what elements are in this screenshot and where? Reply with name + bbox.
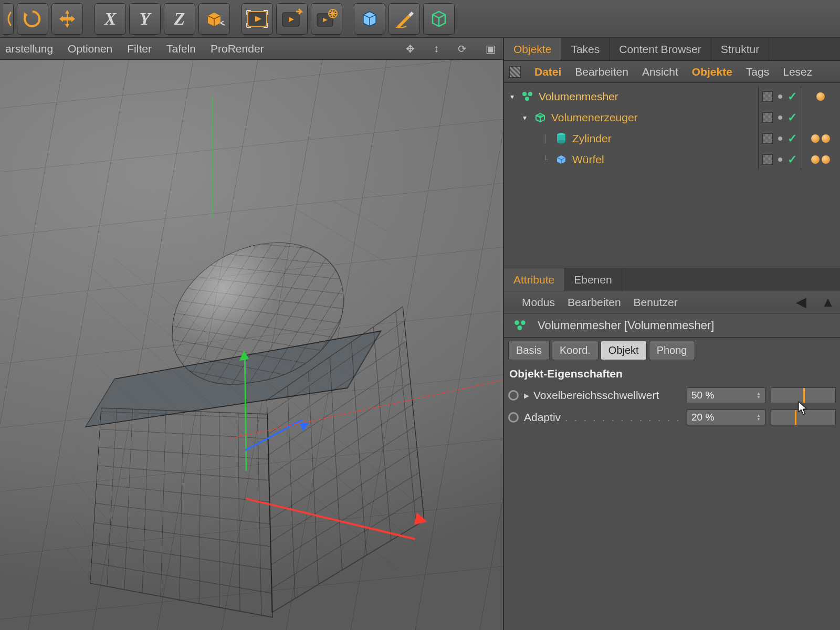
tree-label: Würfel <box>572 153 758 166</box>
layer-swatch-icon[interactable] <box>762 91 773 102</box>
view-menu-filter[interactable]: Filter <box>127 43 152 55</box>
tree-row-volumenmesher[interactable]: ▾ Volumenmesher <box>504 86 758 107</box>
vis-dot-icon[interactable] <box>778 94 782 99</box>
viewport-nav-zoom-icon[interactable]: ↕ <box>432 43 441 55</box>
expand-icon[interactable]: ▾ <box>507 92 517 101</box>
object-manager-menu: Datei Bearbeiten Ansicht Objekte Tags Le… <box>504 61 840 83</box>
tab-layers[interactable]: Ebenen <box>564 268 622 291</box>
svg-point-15 <box>521 320 526 325</box>
view-menu-display[interactable]: arstellung <box>5 43 53 55</box>
move-tool-button[interactable] <box>51 3 83 35</box>
layer-swatch-icon[interactable] <box>762 154 773 165</box>
prop-label: Voxelbereichsschwellwert <box>533 389 659 402</box>
om-menu-edit[interactable]: Bearbeiten <box>575 66 628 78</box>
attr-tab-basis[interactable]: Basis <box>508 341 550 360</box>
coord-system-button[interactable] <box>198 3 230 35</box>
attr-menu-mode[interactable]: Modus <box>522 296 555 309</box>
phong-tag-icon[interactable] <box>822 134 830 143</box>
adaptive-input[interactable]: 20 % ▲▼ <box>687 410 765 425</box>
phong-tag-icon[interactable] <box>822 155 830 164</box>
tree-label: Volumenmesher <box>539 90 758 103</box>
axis-x-button[interactable]: X <box>94 3 126 35</box>
rotate-tool-button[interactable] <box>17 3 48 35</box>
object-tree: ▾ Volumenmesher ▾ Volumenerzeuger <box>504 83 840 268</box>
tab-content-browser[interactable]: Content Browser <box>610 38 711 60</box>
om-menu-file[interactable]: Datei <box>534 66 561 78</box>
enabled-check-icon[interactable]: ✓ <box>788 90 797 103</box>
svg-point-9 <box>528 92 532 96</box>
phong-tag-icon[interactable] <box>811 134 820 143</box>
attribute-panel-empty <box>504 428 840 630</box>
tree-row-volumenerzeuger[interactable]: ▾ Volumenerzeuger <box>504 107 758 128</box>
om-menu-tags[interactable]: Tags <box>746 66 769 78</box>
enabled-check-icon[interactable]: ✓ <box>788 111 797 124</box>
attribute-menu: Modus Bearbeiten Benutzer ◀ ▲ <box>504 291 840 313</box>
om-menu-objects[interactable]: Objekte <box>692 66 732 78</box>
anim-dot-icon[interactable] <box>508 390 519 401</box>
history-up-icon[interactable]: ▲ <box>821 294 835 310</box>
vis-dot-icon[interactable] <box>778 136 782 141</box>
viewport-nav-maximize-icon[interactable]: ▣ <box>484 43 498 55</box>
tab-takes[interactable]: Takes <box>561 38 610 60</box>
svg-point-14 <box>514 320 519 325</box>
adaptive-slider[interactable] <box>771 410 836 425</box>
viewport-menu-bar: arstellung Optionen Filter Tafeln ProRen… <box>0 38 503 60</box>
expand-icon[interactable]: ▾ <box>520 113 529 122</box>
viewport-nav-rotate-icon[interactable]: ⟳ <box>456 43 469 55</box>
render-view-button[interactable] <box>242 3 273 35</box>
tree-row-wuerfel[interactable]: └ Würfel <box>504 149 758 170</box>
volumebuilder-icon <box>533 111 547 124</box>
tab-objects[interactable]: Objekte <box>504 38 561 60</box>
mesh-preview <box>63 185 421 584</box>
axis-y-button[interactable]: Y <box>129 3 161 35</box>
layer-filter-icon[interactable] <box>509 66 521 78</box>
attr-tab-coord[interactable]: Koord. <box>552 341 598 360</box>
stepper-icon[interactable]: ▲▼ <box>757 414 761 421</box>
tab-structure[interactable]: Struktur <box>711 38 770 60</box>
viewport-nav-move-icon[interactable]: ✥ <box>404 43 417 55</box>
undo-button[interactable] <box>3 3 14 35</box>
om-menu-bookmarks[interactable]: Lesez <box>783 66 812 78</box>
enabled-check-icon[interactable]: ✓ <box>788 153 797 166</box>
phong-tag-icon[interactable] <box>811 155 820 164</box>
generator-button[interactable] <box>423 3 455 35</box>
view-menu-prorender[interactable]: ProRender <box>211 43 264 55</box>
layer-swatch-icon[interactable] <box>762 112 773 123</box>
vis-dot-icon[interactable] <box>778 158 782 162</box>
primitive-cube-button[interactable] <box>354 3 385 35</box>
render-picture-viewer-button[interactable] <box>276 3 308 35</box>
attr-tab-phong[interactable]: Phong <box>649 341 695 360</box>
om-menu-view[interactable]: Ansicht <box>642 66 678 78</box>
tree-label: Volumenerzeuger <box>551 111 758 124</box>
attr-menu-user[interactable]: Benutzer <box>634 296 678 309</box>
vis-dot-icon[interactable] <box>778 116 782 120</box>
prop-label: Adaptiv <box>524 411 561 424</box>
prop-adaptive: Adaptiv . . . . . . . . . . . . . . . . … <box>504 406 840 428</box>
layer-swatch-icon[interactable] <box>762 133 773 144</box>
voxel-threshold-input[interactable]: 50 % ▲▼ <box>687 387 765 403</box>
tree-label: Zylinder <box>572 132 758 145</box>
anim-dot-icon[interactable] <box>508 412 519 423</box>
enabled-check-icon[interactable]: ✓ <box>788 132 797 145</box>
cylinder-icon <box>554 132 568 145</box>
axis-z-button[interactable]: Z <box>164 3 195 35</box>
view-menu-options[interactable]: Optionen <box>68 43 112 55</box>
tree-leaf-icon: │ <box>541 134 550 143</box>
svg-point-16 <box>518 326 522 330</box>
stepper-icon[interactable]: ▲▼ <box>757 392 761 399</box>
viewport-pane: arstellung Optionen Filter Tafeln ProRen… <box>0 38 504 630</box>
manager-tabs: Objekte Takes Content Browser Struktur <box>504 38 840 61</box>
attr-tab-object[interactable]: Objekt <box>601 341 647 360</box>
expand-caret-icon[interactable]: ▶ <box>524 392 529 400</box>
tab-attribute[interactable]: Attribute <box>504 268 564 291</box>
voxel-threshold-slider[interactable] <box>771 387 836 403</box>
viewport-3d[interactable] <box>0 60 503 630</box>
tree-row-zylinder[interactable]: │ Zylinder <box>504 128 758 149</box>
phong-tag-icon[interactable] <box>816 92 825 101</box>
tags-column <box>801 86 840 170</box>
history-back-icon[interactable]: ◀ <box>796 294 806 310</box>
spline-pen-button[interactable] <box>388 3 420 35</box>
attr-menu-edit[interactable]: Bearbeiten <box>568 296 621 309</box>
view-menu-panels[interactable]: Tafeln <box>166 43 196 55</box>
render-settings-button[interactable] <box>311 3 342 35</box>
